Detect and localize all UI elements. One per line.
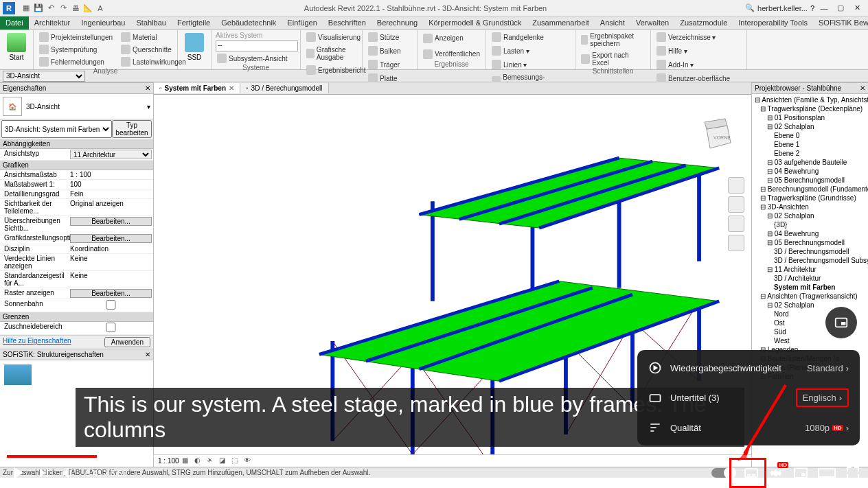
nav-wheel-icon[interactable] bbox=[728, 177, 744, 194]
tree-node[interactable]: ⊟ 05 Berechnungsmodell bbox=[753, 238, 867, 247]
tree-node[interactable]: 3D / Architektur bbox=[753, 274, 867, 283]
settings-row-speed[interactable]: WiedergabegeschwindigkeitStandard › bbox=[637, 354, 860, 382]
tree-node[interactable]: ⊟ 11 Architektur bbox=[753, 265, 867, 274]
ssd-button[interactable]: SSD bbox=[182, 32, 207, 62]
tree-node[interactable]: ⊟ Berechnungsmodell (Fundamente) bbox=[753, 185, 867, 194]
ribbon-tab-stahlbau[interactable]: Stahlbau bbox=[131, 16, 172, 30]
property-select[interactable]: 11 Architektur bbox=[70, 150, 152, 159]
close-button[interactable]: ✕ bbox=[850, 3, 864, 14]
qat-open-icon[interactable]: ▦ bbox=[21, 3, 32, 14]
ribbon-item[interactable]: Lasten ▾ bbox=[490, 45, 531, 56]
qat-save-icon[interactable]: 💾 bbox=[33, 3, 44, 14]
ribbon-item[interactable]: Ergebnispaket speichern bbox=[580, 32, 646, 48]
pip-button[interactable] bbox=[825, 307, 857, 338]
ribbon-item[interactable]: Hilfe ▾ bbox=[655, 45, 689, 56]
ribbon-tab-interoperabilitytools[interactable]: Interoperability Tools bbox=[733, 16, 813, 30]
nav-orbit-icon[interactable] bbox=[728, 235, 744, 251]
tree-node[interactable]: System mit Farben bbox=[753, 283, 867, 292]
browser-close-icon[interactable]: ✕ bbox=[860, 84, 865, 92]
volume-button[interactable] bbox=[60, 465, 77, 481]
miniplayer-button[interactable] bbox=[792, 465, 809, 481]
tree-node[interactable]: ⊟ 02 Schalplan bbox=[753, 301, 867, 310]
sofistik-close-icon[interactable]: ✕ bbox=[145, 351, 150, 358]
qat-measure-icon[interactable]: 📐 bbox=[82, 3, 93, 14]
minimize-button[interactable]: — bbox=[817, 3, 831, 14]
help-icon[interactable]: ? bbox=[810, 4, 814, 12]
ribbon-tab-datei[interactable]: Datei bbox=[0, 16, 29, 30]
properties-help-link[interactable]: Hilfe zu Eigenschaften bbox=[3, 337, 71, 347]
tree-node[interactable]: Ebene 1 bbox=[753, 140, 867, 149]
ribbon-tab-beschriften[interactable]: Beschriften bbox=[323, 16, 372, 30]
edit-type-button[interactable]: Typ bearbeiten bbox=[112, 120, 152, 138]
tree-node[interactable]: ⊟ 01 Positionsplan bbox=[753, 113, 867, 122]
start-button[interactable]: Start bbox=[4, 32, 29, 62]
tree-node[interactable]: ⊟ 03 aufgehende Bauteile bbox=[753, 158, 867, 167]
ribbon-tab-gebudetechnik[interactable]: Gebäudetechnik bbox=[216, 16, 282, 30]
tree-node[interactable]: ⊟ 3D-Ansichten bbox=[753, 202, 867, 211]
tree-node[interactable]: ⊟ Tragwerkspläne (Deckenpläne) bbox=[753, 104, 867, 113]
qat-undo-icon[interactable]: ↶ bbox=[45, 3, 56, 14]
tree-node[interactable]: ⊟ Ansichten (Tragwerksansicht) bbox=[753, 292, 867, 301]
ribbon-item[interactable]: Balken bbox=[367, 45, 402, 56]
property-checkbox[interactable] bbox=[70, 323, 152, 332]
tree-node[interactable]: Ebene 0 bbox=[753, 131, 867, 140]
tab-close-icon[interactable]: ✕ bbox=[229, 84, 234, 92]
edit-button[interactable]: Bearbeiten... bbox=[70, 234, 152, 243]
search-icon[interactable]: 🔍 bbox=[745, 3, 755, 12]
theater-button[interactable] bbox=[817, 465, 836, 481]
ribbon-tab-krpermodellgrundstck[interactable]: Körpermodell & Grundstück bbox=[423, 16, 527, 30]
ribbon-item[interactable]: Linien ▾ bbox=[490, 59, 528, 70]
user-account[interactable]: herbert.keller... bbox=[757, 4, 808, 12]
view-type-selector[interactable]: 3D-Ansicht bbox=[3, 71, 85, 82]
qat-redo-icon[interactable]: ↷ bbox=[58, 3, 69, 14]
ribbon-tab-verwalten[interactable]: Verwalten bbox=[630, 16, 674, 30]
ribbon-item[interactable]: Fehlermeldungen bbox=[38, 56, 114, 67]
tree-node[interactable]: West bbox=[753, 336, 867, 345]
ribbon-item[interactable]: Stütze bbox=[367, 32, 400, 43]
ribbon-tab-sofistikbewehrung[interactable]: SOFiSTiK Bewehrung bbox=[813, 16, 868, 30]
tree-node[interactable]: ⊟ Tragwerkspläne (Grundrisse) bbox=[753, 194, 867, 202]
subsystem-ansicht[interactable]: Subsystem-Ansicht bbox=[216, 53, 289, 64]
ribbon-item[interactable]: Verzeichnisse ▾ bbox=[655, 32, 717, 43]
tree-node[interactable]: {3D} bbox=[753, 220, 867, 229]
maximize-button[interactable]: ▢ bbox=[834, 3, 847, 14]
settings-button[interactable]: HD bbox=[768, 465, 784, 481]
view-tab[interactable]: ▫System mit Farben✕ bbox=[154, 83, 240, 93]
tree-node[interactable]: ⊟ 04 Bewehrung bbox=[753, 229, 867, 238]
property-checkbox[interactable] bbox=[70, 300, 152, 310]
tree-node[interactable]: ⊟ 04 Bewehrung bbox=[753, 167, 867, 176]
settings-row-cc[interactable]: Untertitel (3)Englisch › bbox=[637, 382, 860, 414]
instance-selector[interactable]: 3D-Ansicht: System mit Farben bbox=[1, 120, 112, 138]
tree-node[interactable]: ⊟ 05 Berechnungsmodell bbox=[753, 176, 867, 185]
ribbon-item[interactable]: Träger bbox=[367, 59, 401, 70]
tree-node[interactable]: ⊟ 02 Schalplan bbox=[753, 211, 867, 220]
ribbon-item[interactable]: Anzeigen bbox=[422, 33, 465, 44]
ribbon-tab-ansicht[interactable]: Ansicht bbox=[595, 16, 630, 30]
ribbon-tab-ingenieurbau[interactable]: Ingenieurbau bbox=[76, 16, 130, 30]
ribbon-item[interactable]: Veröffentlichen bbox=[422, 49, 481, 60]
ribbon-item[interactable]: Export nach Excel bbox=[580, 51, 646, 67]
view-cube[interactable]: VORNE bbox=[696, 115, 738, 156]
ribbon-tab-zusatzmodule[interactable]: Zusatzmodule bbox=[674, 16, 733, 30]
view-tab[interactable]: ▫3D / Berechungsmodell bbox=[240, 83, 329, 93]
ribbon-tab-fertigteile[interactable]: Fertigteile bbox=[172, 16, 216, 30]
properties-close-icon[interactable]: ✕ bbox=[145, 84, 150, 92]
ribbon-item[interactable]: Ergebnisbericht bbox=[305, 65, 367, 75]
system-dropdown[interactable]: -- bbox=[216, 40, 298, 51]
ribbon-item[interactable]: Randgelenke bbox=[490, 32, 545, 43]
tree-node[interactable]: Ebene 2 bbox=[753, 149, 867, 158]
ribbon-tab-zusammenarbeit[interactable]: Zusammenarbeit bbox=[527, 16, 595, 30]
edit-button[interactable]: Bearbeiten... bbox=[70, 217, 152, 226]
ribbon-tab-berechnung[interactable]: Berechnung bbox=[372, 16, 423, 30]
ribbon-tab-architektur[interactable]: Architektur bbox=[29, 16, 76, 30]
settings-row-quality[interactable]: Qualität1080p HD › bbox=[637, 414, 860, 441]
qat-text-icon[interactable]: A bbox=[95, 3, 106, 14]
edit-button[interactable]: Bearbeiten... bbox=[70, 289, 152, 298]
play-button[interactable] bbox=[7, 463, 27, 483]
ribbon-item[interactable]: Grafische Ausgabe bbox=[305, 45, 367, 62]
ribbon-item[interactable]: Add-In ▾ bbox=[655, 59, 695, 70]
qat-print-icon[interactable]: 🖶 bbox=[70, 3, 81, 14]
fullscreen-button[interactable] bbox=[845, 465, 861, 481]
nav-zoom-icon[interactable] bbox=[728, 216, 744, 232]
ribbon-item[interactable]: Systemprüfung bbox=[38, 44, 114, 55]
